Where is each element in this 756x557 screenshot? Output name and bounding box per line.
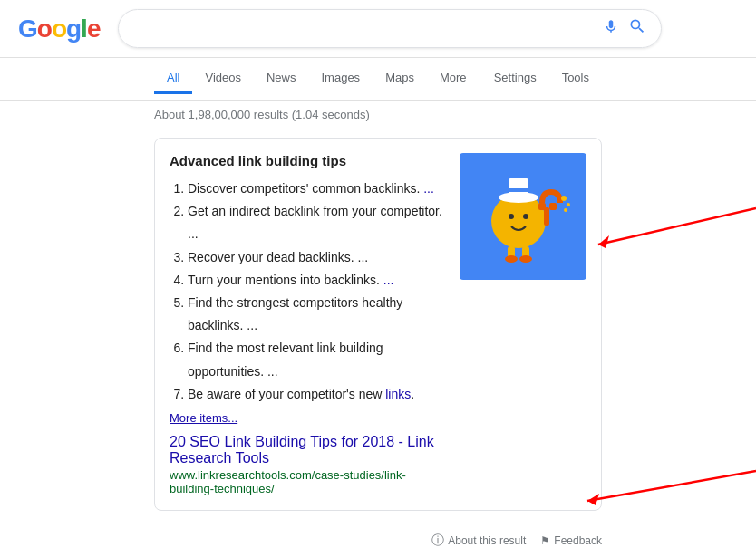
feedback-icon: ⚑ (540, 534, 550, 547)
tab-videos[interactable]: Videos (192, 63, 254, 94)
svg-rect-4 (509, 188, 528, 192)
about-feedback-row: ⓘ About this result ⚑ Feedback (154, 525, 602, 552)
svg-point-6 (523, 214, 528, 219)
tab-all[interactable]: All (154, 63, 192, 94)
result-link-container: 20 SEO Link Building Tips for 2018 - Lin… (170, 434, 445, 495)
snippet-title: Advanced link building tips (170, 153, 445, 168)
svg-rect-3 (509, 178, 528, 197)
list-item: Find the strongest competitors healthy b… (188, 292, 445, 337)
svg-point-9 (505, 255, 518, 263)
list-item: Be aware of your competitor's new links. (188, 383, 445, 406)
svg-point-10 (519, 255, 532, 263)
list-item: Get an indirect backlink from your compe… (188, 200, 445, 245)
list-item: Find the most relevant link building opp… (188, 337, 445, 382)
svg-point-15 (567, 203, 570, 206)
tab-news[interactable]: News (254, 63, 309, 94)
list-item-link[interactable]: ... (383, 273, 394, 287)
result-link-url: www.linkresearchtools.com/case-studies/l… (170, 468, 445, 495)
more-items-link[interactable]: More items... (170, 411, 237, 425)
about-result-btn[interactable]: ⓘ About this result (431, 533, 526, 549)
list-item: Discover competitors' common backlinks. … (188, 178, 445, 200)
mic-icon[interactable] (603, 18, 619, 39)
svg-rect-11 (544, 207, 549, 226)
tab-settings[interactable]: Settings (481, 63, 549, 94)
results-count: About 1,98,00,000 results (1.04 seconds) (0, 101, 756, 129)
feedback-label: Feedback (554, 534, 602, 547)
search-button-icon[interactable] (628, 17, 646, 40)
svg-rect-12 (538, 203, 546, 210)
tab-more[interactable]: More (427, 63, 480, 94)
featured-snippet: Advanced link building tips Discover com… (154, 138, 602, 511)
tab-maps[interactable]: Maps (373, 63, 427, 94)
list-item: Turn your mentions into backlinks. ... (188, 269, 445, 292)
list-item-link[interactable]: links (385, 387, 411, 401)
snippet-image (460, 153, 586, 280)
about-result-label: About this result (448, 534, 526, 547)
list-item-link[interactable]: ... (423, 181, 434, 196)
tab-images[interactable]: Images (308, 63, 373, 94)
svg-rect-13 (549, 203, 557, 210)
snippet-list: Discover competitors' common backlinks. … (170, 178, 445, 406)
search-bar: link building techniques (118, 9, 662, 48)
nav-tabs: All Videos News Images Maps More Setting… (0, 58, 756, 101)
info-icon: ⓘ (431, 533, 444, 549)
google-logo: Google (18, 14, 100, 43)
result-link-title[interactable]: 20 SEO Link Building Tips for 2018 - Lin… (170, 434, 434, 466)
svg-point-16 (564, 208, 567, 212)
tab-tools[interactable]: Tools (549, 63, 602, 94)
search-input[interactable]: link building techniques (133, 21, 596, 37)
svg-point-5 (509, 214, 514, 219)
list-item: Recover your dead backlinks. ... (188, 246, 445, 269)
feedback-button[interactable]: ⚑ Feedback (540, 534, 602, 547)
snippet-text: Advanced link building tips Discover com… (170, 153, 445, 495)
main-content: Advanced link building tips Discover com… (0, 129, 756, 557)
svg-point-14 (561, 196, 567, 201)
header: Google link building techniques (0, 0, 756, 58)
